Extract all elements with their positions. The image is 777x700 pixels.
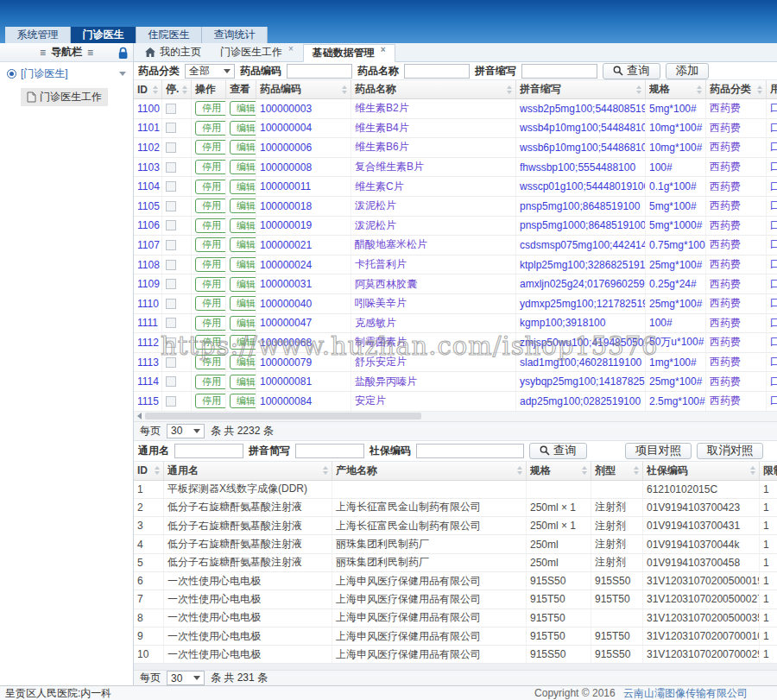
row-checkbox[interactable] [166,104,176,114]
cell-category: 西药费 [706,314,767,333]
column-header[interactable]: 药品名称 [351,80,516,98]
add-button[interactable]: 添加 [666,63,710,79]
column-header[interactable]: 剂型 [591,462,643,480]
column-header[interactable]: 产地名称 [332,462,527,480]
generic-name-input[interactable] [174,444,243,458]
stop-button[interactable]: 停用 [195,335,226,350]
sidebar-item-outpatient-doctor[interactable]: [门诊医生] [0,62,133,85]
insurance-code-input[interactable] [416,444,524,458]
scroll-left-icon[interactable] [137,413,142,419]
column-header[interactable]: 规格 [646,80,706,98]
row-checkbox[interactable] [166,337,176,348]
cell-producer: 上海长征富民金山制药有限公司 [332,499,527,516]
stop-button[interactable]: 停用 [195,199,226,213]
search-button[interactable]: 查询 [529,443,587,459]
stop-button[interactable]: 停用 [195,316,226,331]
stop-button[interactable]: 停用 [195,296,226,311]
edit-button[interactable]: 编辑 [230,101,256,116]
drug-name-input[interactable] [404,64,470,79]
edit-button[interactable]: 编辑 [230,160,256,174]
menu-tab[interactable]: 查询统计 [202,27,268,43]
stop-button[interactable]: 停用 [195,140,226,155]
column-header[interactable]: 通用名 [164,462,332,480]
lock-icon[interactable] [117,47,129,60]
menu-tab[interactable]: 系统管理 [5,27,71,43]
column-header[interactable]: ID [134,80,162,98]
row-checkbox[interactable] [166,299,176,309]
drug-category-select[interactable]: 全部 [185,64,235,79]
cell-category: 西药费 [706,99,767,118]
row-checkbox[interactable] [166,123,176,133]
per-page-select[interactable]: 30 [167,671,205,685]
column-header[interactable]: 药品编码 [256,80,351,98]
main-area: ≡ 导航栏 ≡ [门诊医生] [0,43,777,685]
sort-icon [149,85,158,94]
row-checkbox[interactable] [166,201,176,211]
cell-producer: 上海申风医疗保健用品有限公司 [332,572,527,590]
stop-button[interactable]: 停用 [195,160,226,174]
close-tab-icon[interactable]: × [381,46,386,54]
row-checkbox[interactable] [166,260,176,270]
edit-button[interactable]: 编辑 [230,199,256,213]
stop-button[interactable]: 停用 [195,121,226,136]
cell-insurance-code: 31V12031070200500027 [643,590,760,608]
edit-button[interactable]: 编辑 [230,257,256,272]
row-checkbox[interactable] [166,279,176,289]
edit-button[interactable]: 编辑 [230,394,256,408]
content-tab[interactable]: 基础数据管理× [303,44,395,62]
edit-button[interactable]: 编辑 [230,237,256,252]
content-tab[interactable]: 我的主页 [136,43,211,61]
edit-button[interactable]: 编辑 [230,355,256,369]
column-header[interactable]: 药品分类 [706,80,767,98]
cell-generic-name: 一次性使用心电电极 [164,590,332,608]
scrollbar-thumb[interactable] [145,413,421,419]
sidebar-subitem-outpatient-work[interactable]: 门诊医生工作 [21,88,108,106]
edit-button[interactable]: 编辑 [230,316,256,331]
row-checkbox[interactable] [166,396,176,407]
menu-tab[interactable]: 门诊医生 [71,27,136,43]
stop-button[interactable]: 停用 [195,218,226,233]
pinyin-abbr-input[interactable] [521,64,597,79]
search-button[interactable]: 查询 [603,63,660,79]
cancel-compare-button[interactable]: 取消对照 [697,443,763,459]
content-tab[interactable]: 门诊医生工作× [211,43,303,61]
edit-button[interactable]: 编辑 [230,121,256,136]
column-header[interactable]: 停.. [162,80,192,98]
stop-button[interactable]: 停用 [195,180,226,194]
stop-button[interactable]: 停用 [195,394,226,408]
column-header[interactable]: ID [134,462,164,480]
row-checkbox[interactable] [166,181,176,192]
close-tab-icon[interactable]: × [288,45,294,54]
row-checkbox[interactable] [166,142,176,153]
stop-button[interactable]: 停用 [195,237,226,252]
edit-button[interactable]: 编辑 [230,140,256,155]
edit-button[interactable]: 编辑 [230,277,256,292]
column-header[interactable]: 规格 [527,462,591,480]
stop-button[interactable]: 停用 [195,101,226,116]
item-compare-button[interactable]: 项目对照 [625,443,692,459]
pinyin-short-input[interactable] [295,444,364,458]
edit-button[interactable]: 编辑 [230,335,256,350]
row-checkbox[interactable] [166,220,176,230]
edit-button[interactable]: 编辑 [230,218,256,233]
edit-button[interactable]: 编辑 [230,296,256,311]
menu-tab[interactable]: 住院医生 [136,27,202,43]
column-header[interactable]: 社保编码 [643,462,760,480]
column-header[interactable]: 拼音缩写 [516,80,646,98]
edit-button[interactable]: 编辑 [230,375,256,389]
stop-button[interactable]: 停用 [195,375,226,389]
row-checkbox[interactable] [166,162,176,173]
stop-button[interactable]: 停用 [195,277,226,292]
horizontal-scrollbar[interactable] [134,412,777,422]
row-checkbox[interactable] [166,240,176,250]
cell-pinyin: ydmxp25mg100;1217825191... [516,294,646,313]
stop-button[interactable]: 停用 [195,257,226,272]
row-checkbox[interactable] [166,376,176,387]
edit-button[interactable]: 编辑 [230,180,256,194]
horizontal-scrollbar[interactable] [134,664,777,671]
drug-code-input[interactable] [287,64,352,79]
row-checkbox[interactable] [166,357,176,368]
row-checkbox[interactable] [166,318,176,328]
stop-button[interactable]: 停用 [195,355,226,369]
per-page-select[interactable]: 30 [167,424,205,438]
